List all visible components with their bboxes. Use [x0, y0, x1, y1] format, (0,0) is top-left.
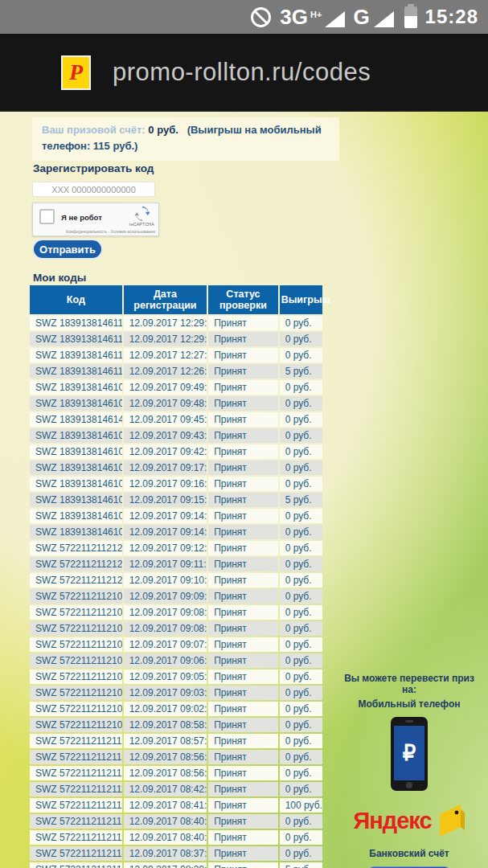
network-3g-label: 3G	[280, 6, 308, 27]
recaptcha-checkbox[interactable]	[39, 209, 55, 224]
browser-header[interactable]: Р promo-rollton.ru/codes	[0, 34, 488, 112]
status-time: 15:28	[425, 6, 478, 28]
prize-account-value: 0 руб.	[148, 124, 178, 136]
transfer-sidebar: Вы можете перевести приз на: Мобильный т…	[336, 673, 482, 868]
cell-date: 12.09.2017 09:45:34	[124, 412, 207, 427]
cell-status: Принят	[208, 830, 277, 845]
cell-prize: 0 руб.	[280, 621, 322, 636]
page-content: Ваш призовой счёт: 0 руб. (Выигрыш на мо…	[0, 112, 488, 868]
cell-date: 12.09.2017 12:26:29	[124, 364, 207, 379]
cell-code: SWZ 5722112112108	[30, 605, 122, 620]
transfer-option-mobile[interactable]: Мобильный телефон	[336, 698, 482, 710]
cell-code: SWZ 1839138146110	[30, 364, 122, 379]
cell-status: Принят	[208, 477, 277, 491]
table-row: SWZ 572211211211612.09.2017 08:40:53Прин…	[30, 814, 322, 829]
cell-prize: 0 руб.	[280, 444, 322, 459]
cell-prize: 0 руб.	[280, 653, 322, 668]
cell-date: 12.09.2017 09:10:53	[124, 573, 207, 588]
bank-account-label[interactable]: Банковский счёт	[336, 848, 482, 859]
cell-date: 12.09.2017 09:02:47	[124, 702, 207, 716]
table-row: SWZ 572211211211812.09.2017 08:56:47Прин…	[30, 750, 322, 764]
cell-status: Принят	[208, 814, 277, 829]
cell-status: Принят	[208, 782, 277, 796]
cell-prize: 0 руб.	[280, 589, 322, 604]
cell-status: Принят	[208, 669, 277, 684]
cell-code: SWZ 5722112112111	[30, 782, 122, 796]
column-header-code: Код	[30, 285, 122, 314]
cell-date: 12.09.2017 09:48:12	[124, 396, 207, 411]
cell-status: Принят	[208, 541, 277, 555]
cell-prize: 0 руб.	[280, 669, 322, 684]
cell-code: SWZ 5722112112117	[30, 766, 122, 780]
yandex-money-option[interactable]: Яндекс	[336, 804, 482, 837]
cell-code: SWZ 1839138146109	[30, 380, 122, 395]
phone-home-button-icon	[406, 782, 412, 788]
cell-status: Принят	[208, 493, 277, 507]
cell-code: SWZ 5722112112115	[30, 830, 122, 845]
table-row: SWZ 572211211211412.09.2017 08:37:20Прин…	[30, 846, 322, 861]
cell-code: SWZ 1839138146107	[30, 428, 122, 443]
cell-code: SWZ 1839138146106	[30, 444, 122, 459]
recaptcha-privacy-links[interactable]: Конфиденциальность - Условия использован…	[66, 229, 155, 234]
recaptcha-widget[interactable]: Я не робот reCAPTCHA Конфиденциальность …	[32, 203, 159, 236]
column-header-status: Статус проверки	[208, 285, 277, 314]
cell-status: Принят	[208, 686, 277, 700]
table-row: SWZ 572211211210212.09.2017 09:02:47Прин…	[30, 702, 322, 716]
cell-date: 12.09.2017 08:56:06	[124, 766, 207, 780]
cell-date: 12.09.2017 08:58:54	[124, 718, 207, 732]
network-g-indicator: G	[353, 6, 393, 27]
prize-account-banner: Ваш призовой счёт: 0 руб. (Выигрыш на мо…	[32, 117, 339, 161]
submit-button[interactable]: Отправить	[32, 239, 103, 260]
register-code-title: Зарегистрировать код	[33, 162, 154, 174]
cell-code: SWZ 5722112112104	[30, 669, 122, 684]
network-g-label: G	[353, 6, 369, 27]
cell-date: 12.09.2017 12:29:06	[124, 332, 207, 346]
cell-status: Принят	[208, 750, 277, 764]
table-row: SWZ 572211211210112.09.2017 08:58:54Прин…	[30, 718, 322, 732]
cell-date: 12.09.2017 09:05:41	[124, 669, 207, 684]
cell-status: Принят	[208, 702, 277, 716]
cell-code: SWZ 1839138146147	[30, 412, 122, 427]
cell-prize: 0 руб.	[280, 396, 322, 411]
cell-prize: 0 руб.	[280, 557, 322, 571]
cell-date: 12.09.2017 09:15:37	[124, 493, 207, 507]
cell-prize: 0 руб.	[280, 846, 322, 861]
cell-code: SWZ 5722112112107	[30, 621, 122, 636]
transfer-title: Вы можете перевести приз на:	[336, 673, 482, 695]
cell-prize: 0 руб.	[280, 461, 322, 475]
table-row: SWZ 183913814610712.09.2017 09:43:47Прин…	[30, 428, 322, 443]
cell-code: SWZ 5722112112121	[30, 573, 122, 588]
table-row: SWZ 183913814610612.09.2017 09:42:59Прин…	[30, 444, 322, 459]
cell-date: 12.09.2017 08:57:21	[124, 734, 207, 748]
cell-code: SWZ 5722112112118	[30, 750, 122, 764]
cell-status: Принят	[208, 525, 277, 539]
signal-triangle-icon	[374, 11, 394, 27]
cell-code: SWZ 1839138146111	[30, 348, 122, 362]
cell-status: Принят	[208, 589, 277, 604]
cell-date: 12.09.2017 09:09:51	[124, 589, 207, 604]
table-row: SWZ 572211211211012.09.2017 08:41:16Прин…	[30, 798, 322, 813]
table-row: SWZ 183913814611012.09.2017 12:26:29Прин…	[30, 364, 322, 379]
cell-date: 12.09.2017 09:07:00	[124, 637, 207, 652]
cell-prize: 0 руб.	[280, 412, 322, 427]
cell-date: 12.09.2017 12:29:53	[124, 316, 207, 330]
cell-prize: 0 руб.	[280, 702, 322, 716]
cell-date: 12.09.2017 08:40:53	[124, 814, 207, 829]
cell-prize: 0 руб.	[280, 428, 322, 443]
cell-code: SWZ 5722112112123	[30, 541, 122, 555]
code-input[interactable]	[32, 182, 155, 197]
mobile-phone-image[interactable]: ₽	[391, 717, 428, 791]
cell-date: 12.09.2017 09:11:26	[124, 557, 207, 571]
recaptcha-label: Я не робот	[61, 213, 102, 222]
cell-date: 12.09.2017 09:17:26	[124, 461, 207, 475]
address-bar-url[interactable]: promo-rollton.ru/codes	[113, 58, 371, 87]
cell-prize: 100 руб.	[280, 798, 322, 813]
table-row: SWZ 572211211210712.09.2017 09:08:17Прин…	[30, 621, 322, 636]
cell-status: Принят	[208, 557, 277, 571]
cell-status: Принят	[208, 718, 277, 732]
cell-status: Принят	[208, 798, 277, 813]
table-row: SWZ 183913814610112.09.2017 09:14:08Прин…	[30, 525, 322, 539]
phone-speaker-icon	[405, 720, 413, 723]
cell-prize: 5 руб.	[280, 364, 322, 379]
cell-status: Принят	[208, 573, 277, 588]
